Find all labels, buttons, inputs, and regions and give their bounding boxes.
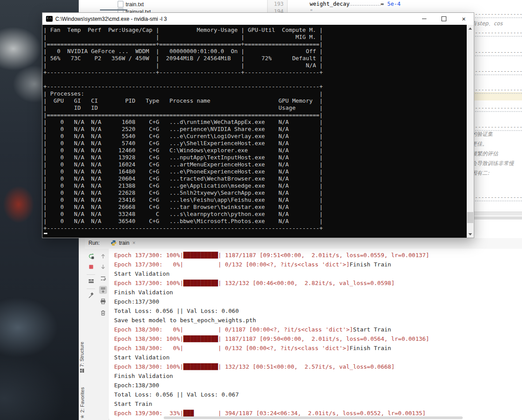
editor-right-sliver: 有step、cos ------------------------------… <box>474 12 522 238</box>
run-toolbar-left <box>85 249 97 420</box>
comment-text-line: 因有二: <box>474 170 522 176</box>
arrow-down-icon <box>100 263 107 270</box>
rerun-button[interactable] <box>87 252 95 260</box>
typo-dotted-underline <box>349 0 380 6</box>
output-text: | 1187/1187 [09:51<00:00, 2.01it/s, loss… <box>218 252 429 258</box>
tab-close-icon[interactable]: × <box>132 240 135 246</box>
cmd-titlebar[interactable]: C:\Windows\system32\cmd.exe - nvidia-smi… <box>42 13 474 25</box>
close-icon: × <box>462 15 466 22</box>
star-icon: ★ <box>79 414 85 419</box>
progress-bar-blocks: ███ <box>184 410 194 416</box>
console-output-line: Epoch:138/300 <box>114 381 522 390</box>
arrow-up-icon <box>100 253 107 260</box>
editor-code-line: weight_decay= 5e-4 <box>310 0 400 8</box>
console-output-line: Epoch 138/300: 0%| | 0/1187 [00:00<?, ?i… <box>114 325 522 334</box>
console-output-line: Start Validation <box>114 269 522 278</box>
console-output-line: Finish Validation <box>114 288 522 297</box>
soft-wrap-icon <box>100 275 107 282</box>
close-button[interactable]: × <box>454 13 474 25</box>
gutter-line-number: 193 <box>274 0 284 8</box>
minimize-button[interactable] <box>414 13 434 25</box>
output-text: Save best model to best_epoch_weights.pt… <box>114 317 256 324</box>
stop-button[interactable] <box>87 263 95 271</box>
soft-wrap-button[interactable] <box>99 274 107 282</box>
editor-hscrollbar[interactable] <box>474 212 522 216</box>
tree-item-label: trainval.txt <box>126 9 151 13</box>
comment-dash-line: -------------------- <box>474 12 522 18</box>
progress-bar-blocks: ██████████ <box>184 252 218 258</box>
comment-text-line: 更佳。 <box>474 141 522 147</box>
text-file-icon <box>118 1 123 8</box>
print-icon <box>100 298 107 305</box>
toolbar-divider <box>87 274 95 275</box>
console-output-line: Start Validation <box>114 353 522 362</box>
selected-tab-underline <box>100 9 127 11</box>
editor-code-line-2: " <box>310 8 313 12</box>
editor-comment: 有step、cos <box>474 20 522 27</box>
cmd-vscrollbar[interactable] <box>467 25 474 238</box>
code-variable: weight_decay <box>310 0 349 7</box>
output-text: Epoch 137/300: 0%| | 0/132 [00:00<?, ?it… <box>114 261 349 268</box>
comment-dash-line: -------------------- <box>474 195 522 201</box>
progress-bar-blocks: ██████████ <box>184 363 218 370</box>
tree-item-train-txt[interactable]: train.txt <box>118 0 144 8</box>
run-panel-header: Run: train × <box>85 238 522 249</box>
comment-text-line: 频繁的评估 <box>474 150 522 157</box>
spellcheck-squiggle <box>474 111 522 112</box>
console-output-line: Epoch 137/300: 100%|██████████| 1187/118… <box>114 250 522 260</box>
output-text: Epoch 138/300: 100%| <box>114 363 184 370</box>
output-text: Epoch:138/300 <box>114 382 159 389</box>
pin-button[interactable] <box>87 291 95 299</box>
minimize-icon <box>422 19 426 19</box>
spellcheck-squiggle <box>474 200 522 201</box>
spellcheck-squiggle <box>474 17 522 18</box>
nvidia-smi-output: | Fan Temp Perf Pwr:Usage/Cap | Memory-U… <box>42 25 467 232</box>
run-panel-title: Run: <box>88 240 100 246</box>
pin-icon <box>88 292 95 299</box>
stop-icon <box>88 263 95 270</box>
spellcheck-squiggle <box>474 74 522 75</box>
maximize-button[interactable] <box>434 13 454 25</box>
comment-text-line: 会导致训练非常慢 <box>474 160 522 166</box>
comment-text-line: 的验证集 <box>474 131 522 137</box>
scroll-to-end-button[interactable] <box>99 286 107 294</box>
run-console-output: Epoch 137/300: 100%|██████████| 1187/118… <box>109 249 522 419</box>
toolwindow-button-structure[interactable]: 7: Structure <box>79 342 84 373</box>
console-output-line: Total Loss: 0.056 || Val Loss: 0.067 <box>114 390 522 399</box>
editor-gutter: 193 194 <box>267 0 288 12</box>
run-console-hscrollbar-thumb[interactable] <box>164 416 463 419</box>
comment-dash-line: -------------------- <box>474 87 522 94</box>
cmd-scrollbar-thumb[interactable] <box>467 212 473 223</box>
output-text: Total Loss: 0.056 || Val Loss: 0.060 <box>114 308 239 314</box>
run-tab-label: train <box>119 240 129 246</box>
cmd-icon <box>46 16 53 22</box>
spellcheck-squiggle <box>474 93 522 94</box>
scrollbar-down-arrow[interactable] <box>467 231 474 238</box>
cmd-window: C:\Windows\system32\cmd.exe - nvidia-smi… <box>42 12 474 238</box>
scrollbar-up-arrow[interactable] <box>467 25 474 32</box>
output-text: Finish Train <box>349 345 391 351</box>
toolwindow-button-favorites[interactable]: ★ 2: Favorites <box>79 387 85 419</box>
comment-dash-line: -------------------- <box>474 124 522 131</box>
toolwindow-label: 7: Structure <box>79 342 84 367</box>
console-output-line: Epoch 138/300: 0%| | 0/132 [00:00<?, ?it… <box>114 343 522 353</box>
progress-bar-blocks: ██████████ <box>184 335 218 342</box>
up-stacktrace-button[interactable] <box>99 252 107 260</box>
restore-layout-button[interactable] <box>87 277 95 285</box>
clear-all-button[interactable] <box>99 309 107 317</box>
output-text: | 394/1187 [03:24<06:34, 2.01it/s, loss=… <box>194 410 426 416</box>
print-button[interactable] <box>99 297 107 305</box>
code-number-literal: 5e-4 <box>387 0 400 7</box>
spellcheck-squiggle <box>474 55 522 56</box>
comment-dash-line: -------------------- <box>474 69 522 75</box>
console-output-line: Total Loss: 0.056 || Val Loss: 0.060 <box>114 306 522 316</box>
toolwindow-label: 2: Favorites <box>80 387 85 412</box>
scroll-to-end-icon <box>100 286 107 293</box>
down-stacktrace-button[interactable] <box>99 263 107 271</box>
toolbar-divider <box>87 289 95 289</box>
run-tab-train[interactable]: train × <box>108 239 138 247</box>
cmd-console: | Fan Temp Perf Pwr:Usage/Cap | Memory-U… <box>42 25 467 238</box>
console-output-line: Epoch 137/300: 100%|██████████| 132/132 … <box>114 278 522 288</box>
trash-icon <box>100 309 107 316</box>
cmd-window-title: C:\Windows\system32\cmd.exe - nvidia-smi… <box>55 16 167 22</box>
